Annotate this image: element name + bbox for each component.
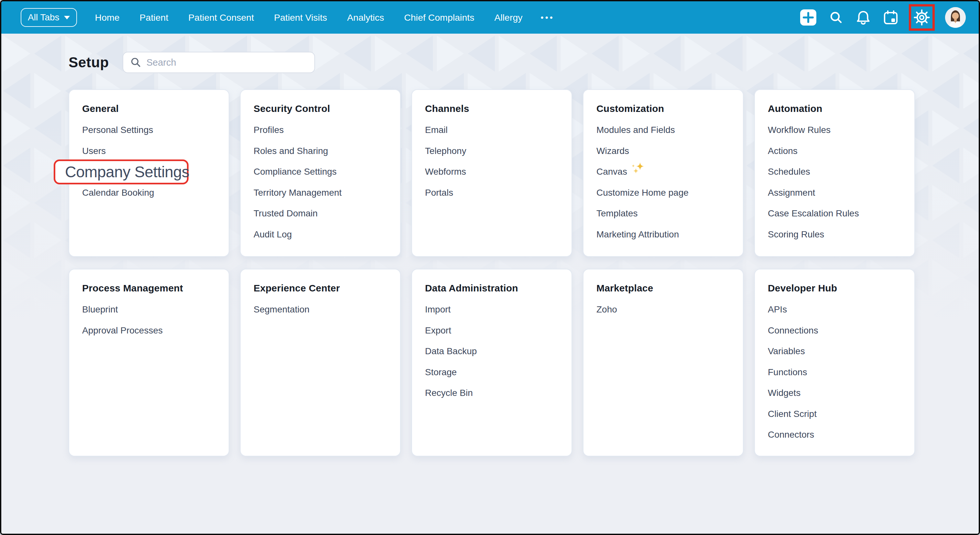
setup-search-box[interactable] [123,52,315,73]
setup-item-profiles[interactable]: Profiles [254,120,387,141]
search-icon [130,57,142,68]
setup-item-label: Schedules [768,167,810,177]
setup-card-automation: Automation Workflow RulesActionsSchedule… [754,89,915,257]
setup-item-roles-and-sharing[interactable]: Roles and Sharing [254,141,387,162]
gear-icon[interactable] [914,10,930,25]
card-item-list: Zoho [597,299,730,320]
nav-tab-home[interactable]: Home [95,12,120,23]
setup-item-storage[interactable]: Storage [425,362,558,383]
setup-item-label: Client Script [768,409,817,419]
setup-card-general: General Personal SettingsUsersCompany Se… [68,89,229,257]
setup-item-email[interactable]: Email [425,120,558,141]
setup-item-label: Compliance Settings [254,167,337,177]
nav-tab-patient-consent[interactable]: Patient Consent [188,12,254,23]
nav-tab-allergy[interactable]: Allergy [494,12,522,23]
search-input[interactable] [146,57,307,68]
setup-item-client-script[interactable]: Client Script [768,404,901,425]
chevron-down-icon [64,16,70,19]
setup-item-canvas[interactable]: Canvas [597,161,730,182]
card-title: Data Administration [425,281,558,295]
setup-item-label: Users [82,146,106,156]
calendar-icon[interactable] [883,10,899,25]
nav-tab-patient-visits[interactable]: Patient Visits [274,12,327,23]
setup-item-functions[interactable]: Functions [768,362,901,383]
setup-item-territory-management[interactable]: Territory Management [254,182,387,204]
card-item-list: APIsConnectionsVariablesFunctionsWidgets… [768,299,901,446]
card-item-list: Segmentation [254,299,387,320]
setup-item-actions[interactable]: Actions [768,141,901,162]
setup-item-widgets[interactable]: Widgets [768,383,901,404]
card-item-list: ImportExportData BackupStorageRecycle Bi… [425,299,558,404]
setup-item-label: Approval Processes [82,325,163,336]
setup-item-label: Telephony [425,146,466,156]
setup-item-templates[interactable]: Templates [597,203,730,224]
setup-item-connections[interactable]: Connections [768,320,901,341]
setup-item-export[interactable]: Export [425,320,558,341]
setup-item-customize-home-page[interactable]: Customize Home page [597,182,730,204]
nav-tab-chief-complaints[interactable]: Chief Complaints [404,12,474,23]
setup-item-label: Connections [768,325,818,336]
all-tabs-dropdown[interactable]: All Tabs [21,8,77,27]
card-item-list: BlueprintApproval Processes [82,299,216,341]
setup-item-label: Segmentation [254,304,310,315]
topbar-icon-cluster [800,4,966,31]
card-item-list: Personal SettingsUsersCompany SettingsCa… [82,120,216,203]
setup-item-assignment[interactable]: Assignment [768,182,901,204]
setup-item-wizards[interactable]: Wizards [597,141,730,162]
search-icon[interactable] [829,10,843,25]
card-title: Experience Center [254,281,387,295]
setup-item-variables[interactable]: Variables [768,341,901,362]
setup-item-label: Recycle Bin [425,388,473,398]
setup-item-label: Variables [768,346,805,357]
setup-item-workflow-rules[interactable]: Workflow Rules [768,120,901,141]
setup-item-apis[interactable]: APIs [768,299,901,320]
nav-tab-analytics[interactable]: Analytics [347,12,384,23]
setup-item-marketing-attribution[interactable]: Marketing Attribution [597,224,730,245]
setup-item-label: Webforms [425,167,466,177]
setup-item-zoho[interactable]: Zoho [597,299,730,320]
setup-item-compliance-settings[interactable]: Compliance Settings [254,161,387,182]
setup-item-label: Templates [597,208,638,219]
setup-card-grid: General Personal SettingsUsersCompany Se… [68,89,915,456]
setup-item-label: Widgets [768,388,800,398]
setup-card-customization: Customization Modules and FieldsWizardsC… [583,89,744,257]
card-title: Process Management [82,281,216,295]
setup-item-trusted-domain[interactable]: Trusted Domain [254,203,387,224]
setup-item-connectors[interactable]: Connectors [768,424,901,446]
setup-item-modules-and-fields[interactable]: Modules and Fields [597,120,730,141]
user-avatar[interactable] [945,7,966,28]
card-item-list: ProfilesRoles and SharingCompliance Sett… [254,120,387,245]
create-plus-icon[interactable] [800,10,816,25]
card-title: Developer Hub [768,281,901,295]
bell-icon[interactable] [856,10,871,25]
setup-item-schedules[interactable]: Schedules [768,161,901,182]
page-title: Setup [68,54,109,70]
setup-item-calendar-booking[interactable]: Calendar Booking [82,182,216,204]
setup-item-approval-processes[interactable]: Approval Processes [82,320,216,341]
setup-item-personal-settings[interactable]: Personal Settings [82,120,216,141]
setup-item-telephony[interactable]: Telephony [425,141,558,162]
setup-item-recycle-bin[interactable]: Recycle Bin [425,383,558,404]
setup-item-users[interactable]: Users [82,141,216,162]
setup-item-audit-log[interactable]: Audit Log [254,224,387,245]
setup-item-label: Territory Management [254,188,342,198]
setup-card-process-management: Process Management BlueprintApproval Pro… [68,269,229,456]
more-tabs-ellipsis-icon[interactable]: ••• [541,13,554,23]
nav-tab-patient[interactable]: Patient [140,12,169,23]
setup-item-label: Canvas [597,167,627,177]
setup-item-scoring-rules[interactable]: Scoring Rules [768,224,901,245]
card-title: Automation [768,102,901,116]
card-item-list: EmailTelephonyWebformsPortals [425,120,558,203]
setup-item-portals[interactable]: Portals [425,182,558,204]
setup-item-data-backup[interactable]: Data Backup [425,341,558,362]
top-navigation-bar: All Tabs HomePatientPatient ConsentPatie… [1,1,979,33]
setup-item-segmentation[interactable]: Segmentation [254,299,387,320]
annotation-red-box[interactable]: Company Settings [54,159,189,185]
company-settings-callout[interactable]: Company Settings [82,161,216,182]
setup-item-blueprint[interactable]: Blueprint [82,299,216,320]
setup-item-import[interactable]: Import [425,299,558,320]
setup-item-case-escalation-rules[interactable]: Case Escalation Rules [768,203,901,224]
setup-item-webforms[interactable]: Webforms [425,161,558,182]
setup-item-label: Marketing Attribution [597,229,679,240]
setup-item-label: Import [425,304,450,315]
